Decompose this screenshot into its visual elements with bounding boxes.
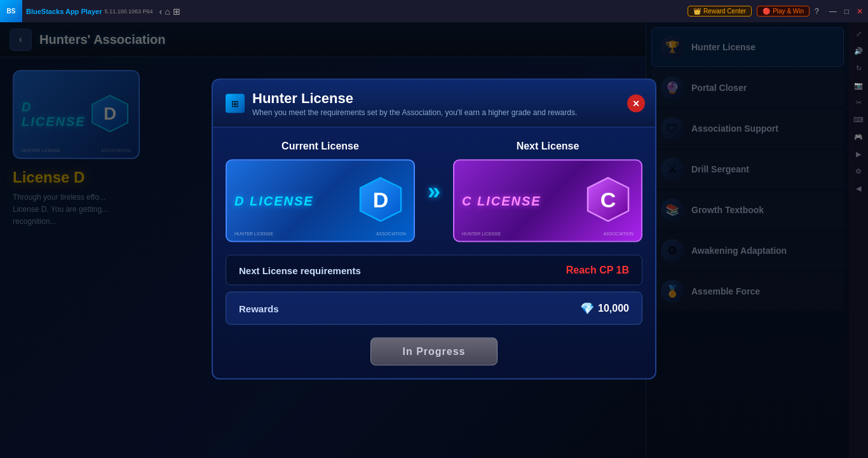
next-bottom-left: HUNTER LICENSE [462, 232, 501, 236]
current-license-title: Current License [226, 141, 415, 152]
license-compare-arrow: » [428, 178, 440, 205]
bs-tool-expand[interactable]: ⤢ [851, 26, 866, 41]
nav-buttons: ‹ ⌂ ⊞ [159, 6, 180, 17]
hunter-license-modal: ⊞ Hunter License When you meet the requi… [212, 79, 656, 380]
rewards-amount: 10,000 [598, 303, 629, 314]
next-bottom-right: ASSOCIATION [604, 232, 634, 236]
nav-home-icon[interactable]: ⌂ [165, 6, 170, 17]
next-license-badge-text: C LICENSE [462, 193, 541, 208]
app-version: 5.11.100.1063 P64 [104, 8, 153, 15]
bs-tool-back[interactable]: ◀ [851, 181, 866, 196]
rewards-value: 💎 10,000 [580, 302, 629, 316]
app-logo: BS [0, 0, 22, 22]
window-controls: — □ ✕ [829, 7, 863, 16]
bs-tool-gamepad[interactable]: 🎮 [851, 129, 866, 144]
modal-header-icon: ⊞ [226, 94, 245, 113]
in-progress-button[interactable]: In Progress [370, 338, 498, 366]
current-license-section: Current License D LICENSE [226, 141, 415, 242]
modal-icon-symbol: ⊞ [231, 99, 239, 109]
rewards-row: Rewards 💎 10,000 [226, 292, 642, 325]
next-hex-badge: C [583, 174, 634, 228]
next-license-card: C LICENSE C [453, 160, 642, 242]
next-card-bottom: HUNTER LICENSE ASSOCIATION [462, 232, 634, 236]
current-bottom-right: ASSOCIATION [376, 232, 406, 236]
diamond-icon: 💎 [580, 302, 594, 316]
reward-center-button[interactable]: 👑 Reward Center [688, 6, 752, 17]
requirements-label: Next License requirements [239, 265, 361, 275]
current-hex-badge: D [355, 174, 406, 228]
current-license-card: D LICENSE D [226, 160, 415, 242]
current-license-badge-text: D LICENSE [234, 193, 314, 208]
titlebar-right: 👑 Reward Center 🔴 Play & Win ? — □ ✕ [688, 6, 868, 17]
svg-text:D: D [373, 188, 389, 212]
current-card-bottom: HUNTER LICENSE ASSOCIATION [234, 232, 406, 236]
bluestacks-toolbar: ⤢ 🔊 ↻ 📷 ✂ ⌨ 🎮 ▶ ⚙ ◀ [849, 22, 868, 458]
play-icon: 🔴 [763, 8, 770, 15]
next-license-title: Next License [453, 141, 642, 152]
app-name: BlueStacks App Player [26, 8, 102, 15]
requirements-row: Next License requirements Reach CP 1B [226, 255, 642, 286]
titlebar-action-icons: ? [815, 7, 819, 16]
close-button[interactable]: ✕ [857, 7, 863, 16]
bs-tool-screenshot[interactable]: 📷 [851, 78, 866, 93]
bs-tool-rotate[interactable]: ↻ [851, 60, 866, 76]
bs-tool-keyboard[interactable]: ⌨ [851, 112, 866, 127]
titlebar: BS BlueStacks App Player 5.11.100.1063 P… [0, 0, 868, 22]
bs-tool-macro[interactable]: ▶ [851, 146, 866, 162]
svg-text:C: C [600, 188, 616, 212]
crown-icon: 👑 [693, 8, 701, 15]
next-license-section: Next License C LICENSE [453, 141, 642, 242]
requirements-value: Reach CP 1B [566, 265, 629, 276]
modal-subtitle: When you meet the requirements set by th… [252, 108, 577, 117]
play-win-button[interactable]: 🔴 Play & Win [757, 6, 810, 17]
license-compare: Current License D LICENSE [226, 141, 642, 242]
modal-header: ⊞ Hunter License When you meet the requi… [213, 80, 655, 128]
nav-back-icon[interactable]: ‹ [159, 6, 163, 17]
modal-body: Current License D LICENSE [213, 128, 655, 378]
minimize-button[interactable]: — [829, 7, 837, 16]
current-bottom-left: HUNTER LICENSE [234, 232, 273, 236]
next-license-badge-text-area: C LICENSE [462, 193, 541, 208]
nav-grid-icon[interactable]: ⊞ [173, 6, 180, 17]
modal-title: Hunter License [252, 90, 577, 107]
modal-title-area: Hunter License When you meet the require… [252, 90, 577, 117]
current-license-badge-text-area: D LICENSE [234, 193, 314, 208]
bs-tool-volume[interactable]: 🔊 [851, 43, 866, 59]
modal-close-button[interactable]: ✕ [627, 95, 645, 113]
reward-center-label: Reward Center [703, 8, 746, 15]
bs-tool-crop[interactable]: ✂ [851, 95, 866, 110]
play-win-label: Play & Win [773, 8, 804, 15]
bs-tool-settings[interactable]: ⚙ [851, 163, 866, 179]
maximize-button[interactable]: □ [844, 7, 849, 16]
rewards-label: Rewards [239, 303, 279, 314]
help-icon[interactable]: ? [815, 7, 819, 16]
